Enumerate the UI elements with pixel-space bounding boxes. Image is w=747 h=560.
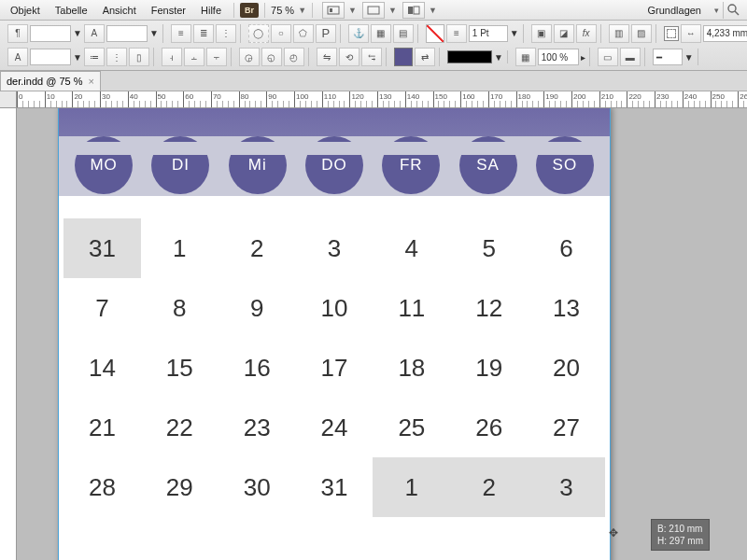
drop-shadow-icon[interactable]: ◪ xyxy=(554,24,574,43)
paragraph-icon[interactable]: P xyxy=(316,24,336,43)
ruler-label: 120 xyxy=(351,92,363,101)
size-tooltip: B: 210 mm H: 297 mm xyxy=(651,519,710,551)
stroke-weight-field[interactable]: 1 Pt xyxy=(469,25,508,42)
horizontal-ruler[interactable]: 0102030405060708090100110120130140150160… xyxy=(0,91,747,108)
pasteboard[interactable]: MODIMiDOFRSASO 3112345678910111213141516… xyxy=(17,108,747,560)
no-stroke-icon[interactable] xyxy=(426,24,444,43)
menu-tabelle[interactable]: Tabelle xyxy=(49,3,94,18)
ruler-label: 0 xyxy=(19,92,22,101)
ruler-label: 220 xyxy=(628,92,641,101)
calendar-cell: 1 xyxy=(373,457,450,517)
calendar-grid: 3112345678910111213141516171819202122232… xyxy=(63,218,605,517)
paragraph-style-icon[interactable]: ¶ xyxy=(7,24,28,43)
dropdown-icon[interactable]: ▾ xyxy=(714,6,719,15)
calendar-cell: 2 xyxy=(450,457,528,517)
ruler-label: 40 xyxy=(130,92,138,101)
column-icon[interactable]: ▯ xyxy=(129,48,149,66)
swap-icon[interactable]: ⇄ xyxy=(415,48,435,66)
menu-ansicht[interactable]: Ansicht xyxy=(96,3,143,18)
calendar-cell: 7 xyxy=(63,278,141,338)
ruler-label: 20 xyxy=(74,92,82,101)
transform-icon[interactable]: ↔ xyxy=(681,24,701,43)
text-frame-icon[interactable]: ▭ xyxy=(598,48,618,66)
close-tab-icon[interactable]: × xyxy=(89,76,94,87)
char-style-icon[interactable]: A xyxy=(84,24,105,43)
bridge-icon[interactable]: Br xyxy=(240,3,259,18)
corner-icon[interactable]: ◶ xyxy=(239,48,260,66)
field[interactable] xyxy=(30,49,71,65)
ruler-label: 30 xyxy=(102,92,110,101)
wrap-icon[interactable]: ▤ xyxy=(393,24,414,43)
calendar-cell: 28 xyxy=(63,457,141,517)
dropdown-icon[interactable]: ▼ xyxy=(429,6,437,15)
zoom-dropdown-icon[interactable]: ▼ xyxy=(298,6,306,15)
vertical-ruler[interactable] xyxy=(0,108,17,560)
calendar-cell: 4 xyxy=(373,218,450,278)
distribute-icon[interactable]: ⋮ xyxy=(216,24,236,43)
arrange-icon[interactable] xyxy=(402,2,425,19)
fx-icon[interactable]: fx xyxy=(576,24,597,43)
wrap-icon[interactable]: ▦ xyxy=(371,24,391,43)
dashed-circle-icon[interactable]: ◯ xyxy=(248,24,269,43)
selection-icon[interactable] xyxy=(664,26,679,41)
ruler-label: 110 xyxy=(324,92,336,101)
workspace-switcher[interactable]: Grundlagen xyxy=(641,3,710,18)
anchor-icon[interactable]: ⚓ xyxy=(348,24,369,43)
align-icon[interactable]: ≣ xyxy=(193,24,214,43)
stroke-style-field[interactable]: ━ xyxy=(653,49,683,65)
ruler-label: 50 xyxy=(158,92,166,101)
flip-icon[interactable]: ⇋ xyxy=(317,48,337,66)
text-wrap-icon[interactable]: ▨ xyxy=(631,24,652,43)
menu-hilfe[interactable]: Hilfe xyxy=(194,3,228,18)
flip-icon[interactable]: ⥃ xyxy=(361,48,382,66)
menu-fenster[interactable]: Fenster xyxy=(145,3,192,18)
ruler-label: 250 xyxy=(712,92,725,101)
text-wrap-icon[interactable]: ▥ xyxy=(609,24,629,43)
calendar-cell: 25 xyxy=(373,398,450,457)
align-icon[interactable]: ≡ xyxy=(171,24,191,43)
transform-field[interactable]: 4,233 mm xyxy=(703,25,747,42)
dropdown-icon[interactable]: ▼ xyxy=(348,6,357,15)
list-icon[interactable]: ≔ xyxy=(84,48,105,66)
list-icon[interactable]: ⋮ xyxy=(106,48,127,66)
document-tab[interactable]: der.indd @ 75 % × xyxy=(0,71,101,91)
opacity-field[interactable]: 100 % xyxy=(538,49,579,65)
circle-icon[interactable]: ○ xyxy=(271,24,291,43)
rotate-icon[interactable]: ⟲ xyxy=(339,48,359,66)
dropdown-icon[interactable]: ▼ xyxy=(388,6,397,15)
polygon-icon[interactable]: ⬠ xyxy=(293,24,314,43)
align-icon[interactable]: ⫠ xyxy=(184,48,204,66)
fill-swatch[interactable] xyxy=(394,48,413,66)
style-field[interactable] xyxy=(30,25,71,42)
view-options-icon[interactable] xyxy=(322,2,345,19)
align-icon[interactable]: ⫟ xyxy=(206,48,227,66)
calendar-cell: 8 xyxy=(141,278,218,338)
stroke-weight-icon[interactable]: ≡ xyxy=(446,24,467,43)
ruler-label: 180 xyxy=(518,92,530,101)
ruler-label: 150 xyxy=(435,92,447,101)
text-frame-icon[interactable]: ▬ xyxy=(620,48,641,66)
calendar-cell: 22 xyxy=(141,398,218,457)
char-icon[interactable]: A xyxy=(7,48,28,66)
ruler-label: 60 xyxy=(185,92,193,101)
screen-mode-icon[interactable] xyxy=(362,2,385,19)
align-icon[interactable]: ⫞ xyxy=(162,48,182,66)
corner-icon[interactable]: ◵ xyxy=(261,48,282,66)
opacity-icon[interactable]: ▦ xyxy=(515,48,536,66)
effects-icon[interactable]: ▣ xyxy=(531,24,552,43)
ruler-origin[interactable] xyxy=(0,91,17,108)
zoom-level[interactable]: 75 % xyxy=(271,5,294,16)
search-icon[interactable] xyxy=(723,2,743,19)
tooltip-height: H: 297 mm xyxy=(657,535,703,547)
calendar-cell: 5 xyxy=(450,218,528,278)
menu-objekt[interactable]: Objekt xyxy=(4,3,47,18)
corner-icon[interactable]: ◴ xyxy=(284,48,304,66)
calendar-cell: 6 xyxy=(528,218,605,278)
ruler-label: 10 xyxy=(47,92,55,101)
style-field[interactable] xyxy=(106,25,148,42)
svg-rect-1 xyxy=(330,8,332,12)
page[interactable]: MODIMiDOFRSASO 3112345678910111213141516… xyxy=(58,108,611,560)
calendar-cell: 16 xyxy=(218,338,296,398)
calendar-cell: 23 xyxy=(218,398,296,457)
stroke-color-swatch[interactable] xyxy=(447,50,492,63)
